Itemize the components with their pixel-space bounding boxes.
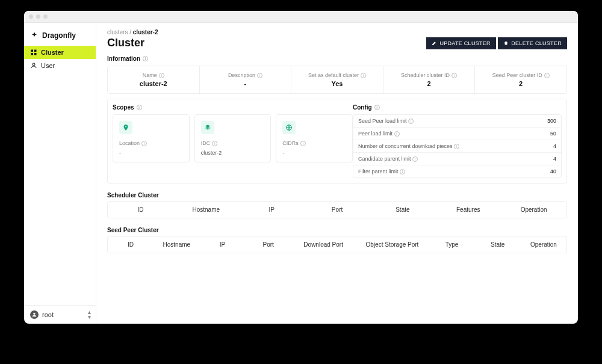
info-value-description: - (202, 80, 289, 87)
info-icon[interactable]: i (408, 119, 414, 124)
breadcrumb: clusters / cluster-2 (107, 29, 567, 35)
th-download-port: Download Port (291, 241, 356, 248)
breadcrumb-root[interactable]: clusters (107, 29, 128, 35)
svg-point-5 (33, 313, 35, 315)
info-icon[interactable]: i (300, 141, 306, 146)
update-cluster-button[interactable]: UPDATE CLUSTER (426, 37, 496, 49)
layers-icon (201, 121, 214, 134)
info-cell-scheduler-id: Scheduler cluster IDi 2 (383, 66, 476, 93)
scopes-column: Scopesi Locationi - IDCi cluster-2 (113, 104, 353, 178)
th-ip: IP (199, 241, 245, 248)
update-cluster-label: UPDATE CLUSTER (439, 40, 491, 46)
delete-cluster-button[interactable]: DELETE CLUSTER (498, 37, 567, 49)
svg-rect-0 (31, 50, 34, 52)
info-icon[interactable]: i (212, 141, 217, 146)
info-cell-seed-id: Seed Peer cluster IDi 2 (475, 66, 566, 93)
scheduler-cluster-title: Scheduler Cluster (107, 192, 567, 199)
config-row-peer-load: Peer load limit i 50 (353, 128, 561, 140)
page-title: Cluster (107, 37, 144, 49)
scope-value-cidrs: - (282, 150, 346, 156)
sidebar-item-label: User (41, 62, 55, 69)
info-icon[interactable]: i (143, 56, 148, 61)
info-icon[interactable]: i (400, 169, 405, 174)
info-icon[interactable]: i (257, 73, 262, 78)
th-features: Features (435, 206, 501, 213)
scheduler-cluster-table-header: ID Hostname IP Port State Features Opera… (107, 201, 567, 218)
info-icon[interactable]: i (159, 73, 164, 78)
sidebar: Dragonfly Cluster User root ▴▾ (24, 23, 96, 324)
th-type: Type (429, 241, 474, 248)
info-value-seed-id: 2 (477, 80, 564, 87)
sidebar-user[interactable]: root ▴▾ (24, 305, 96, 324)
config-value: 4 (553, 143, 556, 149)
svg-rect-2 (31, 53, 34, 55)
config-row-pieces: Number of concurrent download pieces i 4 (353, 140, 561, 153)
main-content: clusters / cluster-2 Cluster UPDATE CLUS… (96, 23, 578, 324)
th-id: ID (108, 241, 154, 248)
svg-rect-1 (34, 50, 37, 52)
app-window: Dragonfly Cluster User root ▴▾ clusters (24, 11, 578, 324)
info-value-name: cluster-2 (110, 80, 197, 87)
th-object-storage-port: Object Storage Port (356, 241, 429, 248)
config-list: Seed Peer load limit i 300 Peer load lim… (353, 114, 562, 178)
seed-peer-cluster-title: Seed Peer Cluster (107, 227, 567, 233)
info-icon[interactable]: i (544, 73, 550, 78)
sidebar-item-cluster[interactable]: Cluster (24, 46, 96, 59)
info-icon[interactable]: i (374, 105, 380, 110)
sidebar-item-label: Cluster (41, 49, 64, 56)
window-titlebar (24, 11, 578, 23)
svg-rect-3 (34, 53, 37, 55)
info-value-default: Yes (294, 80, 380, 87)
brand[interactable]: Dragonfly (24, 28, 96, 46)
action-buttons: UPDATE CLUSTER DELETE CLUSTER (426, 37, 567, 49)
info-cell-description: Descriptioni - (200, 66, 292, 93)
info-icon[interactable]: i (361, 73, 366, 78)
window-dot (29, 14, 33, 19)
info-icon[interactable]: i (141, 141, 147, 146)
th-hostname: Hostname (154, 241, 199, 248)
dragonfly-logo-icon (30, 31, 39, 40)
info-icon[interactable]: i (454, 144, 459, 149)
avatar-icon (31, 312, 37, 318)
config-value: 50 (550, 131, 556, 137)
info-icon[interactable]: i (412, 156, 418, 162)
info-icon[interactable]: i (137, 105, 142, 110)
current-user-name: root (42, 311, 54, 318)
config-column: Configi Seed Peer load limit i 300 Peer … (353, 104, 562, 178)
scope-card-cidrs: CIDRsi - (276, 114, 353, 162)
information-label: Information i (107, 55, 567, 62)
svg-point-4 (33, 63, 35, 66)
info-icon[interactable]: i (452, 73, 457, 78)
user-menu-toggle-icon[interactable]: ▴▾ (88, 310, 91, 319)
th-state: State (475, 241, 521, 248)
th-operation: Operation (501, 206, 566, 213)
info-value-scheduler-id: 2 (386, 80, 473, 87)
pencil-icon (432, 40, 437, 46)
config-value: 300 (547, 118, 556, 124)
th-state: State (370, 206, 435, 213)
scope-value-location: - (119, 150, 183, 156)
info-cell-default: Set as default clusteri Yes (291, 66, 383, 93)
information-panel: Namei cluster-2 Descriptioni - Set as de… (107, 66, 567, 94)
config-row-filter: Filter parent limit i 40 (353, 165, 561, 177)
location-icon (119, 121, 132, 134)
th-port: Port (305, 206, 370, 213)
info-cell-name: Namei cluster-2 (108, 66, 200, 93)
config-value: 4 (553, 156, 556, 162)
th-hostname: Hostname (173, 206, 239, 213)
scopes-config-row: Scopesi Locationi - IDCi cluster-2 (107, 99, 567, 184)
config-value: 40 (550, 168, 556, 174)
scope-value-idc: cluster-2 (201, 150, 265, 156)
avatar (30, 310, 39, 319)
info-icon[interactable]: i (394, 131, 400, 137)
scope-card-location: Locationi - (113, 114, 190, 162)
th-port: Port (246, 241, 291, 248)
config-row-seed-load: Seed Peer load limit i 300 (353, 115, 561, 128)
sidebar-item-user[interactable]: User (24, 59, 96, 72)
config-row-candidate: Candidate parent limit i 4 (353, 153, 561, 165)
delete-cluster-label: DELETE CLUSTER (511, 40, 562, 46)
window-dot (43, 14, 48, 19)
th-ip: IP (239, 206, 305, 213)
cluster-icon (30, 49, 37, 56)
breadcrumb-current: cluster-2 (133, 29, 158, 35)
